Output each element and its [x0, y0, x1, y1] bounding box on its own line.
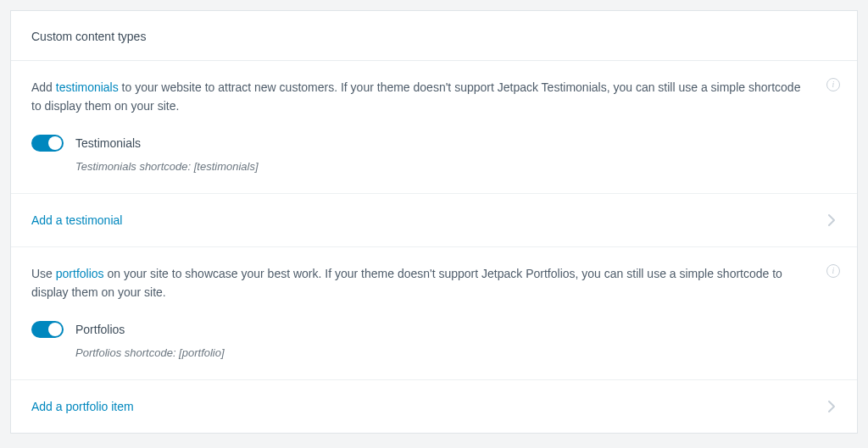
testimonials-section: i Add testimonials to your website to at…	[11, 61, 857, 194]
portfolios-shortcode-hint: Portfolios shortcode: [portfolio]	[75, 346, 837, 359]
add-testimonial-label: Add a testimonial	[31, 213, 122, 227]
custom-content-card: Custom content types i Add testimonials …	[10, 10, 858, 434]
add-portfolio-link[interactable]: Add a portfolio item	[11, 380, 857, 433]
testimonials-toggle-label: Testimonials	[75, 136, 141, 150]
portfolios-link[interactable]: portfolios	[56, 267, 104, 280]
add-testimonial-link[interactable]: Add a testimonial	[11, 194, 857, 247]
portfolios-toggle-row: Portfolios	[31, 321, 837, 338]
add-portfolio-label: Add a portfolio item	[31, 400, 134, 413]
testimonials-toggle-row: Testimonials	[31, 135, 837, 152]
card-title: Custom content types	[31, 30, 146, 43]
chevron-right-icon	[826, 399, 837, 414]
portfolios-toggle-label: Portfolios	[75, 323, 125, 336]
portfolios-section: i Use portfolios on your site to showcas…	[11, 247, 857, 380]
testimonials-description: Add testimonials to your website to attr…	[31, 78, 811, 116]
info-icon[interactable]: i	[826, 78, 840, 91]
desc-pre: Use	[31, 267, 56, 280]
portfolios-toggle[interactable]	[31, 321, 64, 338]
testimonials-shortcode-hint: Testimonials shortcode: [testimonials]	[75, 160, 837, 173]
info-icon[interactable]: i	[826, 264, 840, 278]
testimonials-toggle[interactable]	[31, 135, 64, 152]
testimonials-link[interactable]: testimonials	[56, 80, 119, 94]
desc-pre: Add	[31, 80, 56, 94]
card-header: Custom content types	[11, 11, 857, 61]
desc-post: to your website to attract new customers…	[31, 80, 800, 113]
desc-post: on your site to showcase your best work.…	[31, 267, 782, 299]
chevron-right-icon	[826, 213, 837, 228]
portfolios-description: Use portfolios on your site to showcase …	[31, 264, 811, 302]
